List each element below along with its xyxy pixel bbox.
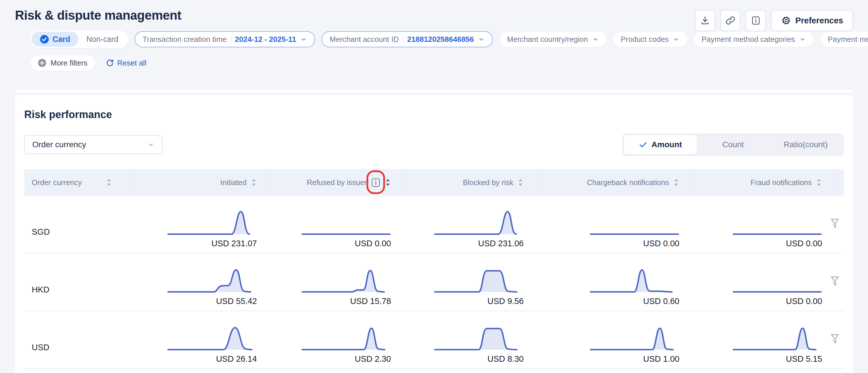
info-panel-button[interactable] bbox=[746, 10, 766, 31]
sparkline bbox=[732, 325, 822, 351]
sparkline bbox=[589, 209, 679, 236]
more-filters-button[interactable]: More filters bbox=[30, 55, 95, 71]
column-header-blocked-by-risk: Blocked by risk bbox=[405, 169, 537, 196]
sort-button-chargeback-notifications[interactable] bbox=[673, 178, 679, 187]
metric-value: USD 0.00 bbox=[355, 239, 391, 248]
filter-chip-merchant-account-id[interactable]: Merchant account ID 2188120258646856 bbox=[321, 31, 493, 47]
chevron-down-icon bbox=[799, 36, 806, 43]
segment-non-card[interactable]: Non-card bbox=[79, 32, 127, 47]
info-icon-wrap[interactable] bbox=[371, 177, 381, 188]
chevron-down-icon bbox=[300, 36, 307, 43]
info-icon[interactable] bbox=[371, 177, 381, 188]
sparkline bbox=[434, 209, 524, 236]
metric-cell-refused-by-issuer: USD 15.78 bbox=[271, 254, 405, 311]
chip-label: Merchant country/region bbox=[507, 35, 588, 44]
preferences-label: Preferences bbox=[795, 16, 843, 25]
tab-label: Ratio(count) bbox=[784, 140, 828, 149]
page-header: Risk & dispute management Preferences bbox=[0, 0, 868, 71]
preferences-button[interactable]: Preferences bbox=[771, 10, 853, 31]
tab-count[interactable]: Count bbox=[697, 135, 769, 154]
metric-value: USD 15.78 bbox=[350, 296, 391, 306]
chevron-down-icon bbox=[592, 36, 599, 43]
filter-chip-payment-method-types[interactable]: Payment method types bbox=[820, 31, 868, 47]
sparkline bbox=[301, 325, 391, 351]
metric-value: USD 8.30 bbox=[487, 354, 524, 364]
metric-cell-initiated: USD 231.07 bbox=[135, 196, 271, 253]
filter-chip-product-codes[interactable]: Product codes bbox=[613, 31, 687, 47]
card-noncard-segment: CardNon-card bbox=[30, 30, 128, 49]
metric-cell-fraud-notifications: USD 0.00 bbox=[693, 196, 836, 253]
tab-amount[interactable]: Amount bbox=[624, 135, 697, 154]
metric-cell-initiated: USD 26.14 bbox=[135, 311, 271, 368]
reset-all-label: Reset all bbox=[117, 59, 147, 67]
sort-button-order-currency[interactable] bbox=[106, 178, 112, 187]
segment-card[interactable]: Card bbox=[32, 32, 79, 47]
filter-chip-transaction-creation-time[interactable]: Transaction creation time 2024-12 - 2025… bbox=[135, 31, 315, 47]
currency-cell: USD bbox=[24, 311, 135, 368]
sort-button-initiated[interactable] bbox=[251, 178, 257, 187]
table-row-hkd: HKD USD 55.42 USD 15.78 USD 9.56 USD 0.6… bbox=[24, 254, 844, 311]
metric-value: USD 0.00 bbox=[643, 239, 679, 248]
panel-controls: Order currency AmountCountRatio(count) bbox=[24, 133, 844, 156]
filter-chip-merchant-country-region[interactable]: Merchant country/region bbox=[499, 31, 607, 47]
column-header-fraud-notifications: Fraud notifications bbox=[693, 169, 836, 196]
download-button[interactable] bbox=[695, 10, 715, 31]
copy-link-button[interactable] bbox=[720, 10, 741, 31]
row-filter-button[interactable] bbox=[831, 334, 839, 344]
chip-label: Transaction creation time bbox=[143, 35, 227, 44]
table-body: SGD USD 231.07 USD 0.00 USD 231.06 USD 0… bbox=[24, 196, 844, 369]
currency-cell: SGD bbox=[24, 196, 135, 253]
tab-ratio-count[interactable]: Ratio(count) bbox=[769, 135, 842, 154]
chevron-down-icon bbox=[478, 36, 485, 43]
sort-button-blocked-by-risk[interactable] bbox=[517, 178, 524, 187]
row-filter-button[interactable] bbox=[831, 218, 839, 229]
check-icon bbox=[639, 140, 647, 149]
metric-value: USD 26.14 bbox=[216, 354, 257, 364]
group-by-value: Order currency bbox=[32, 140, 86, 149]
metric-value: USD 9.56 bbox=[487, 296, 524, 306]
metric-value: USD 0.00 bbox=[786, 239, 822, 248]
view-tabs: AmountCountRatio(count) bbox=[622, 133, 844, 156]
sparkline bbox=[434, 267, 524, 294]
row-filter-button[interactable] bbox=[831, 276, 839, 286]
column-header-initiated: Initiated bbox=[135, 169, 271, 196]
metric-cell-chargeback-notifications: USD 0.00 bbox=[537, 196, 693, 253]
sparkline bbox=[434, 325, 524, 351]
chip-value: 2024-12 - 2025-11 bbox=[235, 35, 297, 44]
column-label: Blocked by risk bbox=[463, 178, 513, 187]
sort-button-fraud-notifications[interactable] bbox=[816, 178, 822, 187]
sort-button-refused-by-issuer[interactable] bbox=[385, 178, 391, 187]
column-label: Refused by issuer bbox=[307, 178, 367, 187]
tab-label: Count bbox=[722, 140, 744, 149]
chip-label: Payment method types bbox=[828, 35, 868, 44]
metric-cell-chargeback-notifications: USD 1.00 bbox=[537, 311, 693, 368]
metric-cell-fraud-notifications: USD 5.15 bbox=[693, 311, 836, 368]
tab-label: Amount bbox=[651, 140, 682, 149]
reset-all-button[interactable]: Reset all bbox=[105, 59, 147, 67]
metric-cell-refused-by-issuer: USD 0.00 bbox=[271, 196, 405, 253]
metric-cell-initiated: USD 55.42 bbox=[135, 254, 271, 311]
group-by-select[interactable]: Order currency bbox=[24, 135, 163, 154]
filter-chip-payment-method-categories[interactable]: Payment method categories bbox=[694, 31, 814, 47]
sparkline bbox=[167, 209, 257, 236]
column-header-spacer bbox=[836, 169, 850, 196]
table-header: Order currencyInitiatedRefused by issuer… bbox=[24, 169, 844, 196]
info-panel-icon bbox=[751, 16, 761, 25]
plus-circle-icon bbox=[38, 59, 46, 67]
sparkline bbox=[301, 267, 391, 294]
sparkline bbox=[732, 209, 822, 236]
chip-label: Payment method categories bbox=[702, 35, 795, 44]
metric-value: USD 231.06 bbox=[478, 239, 524, 248]
sparkline bbox=[301, 209, 391, 236]
filter-chips: Transaction creation time 2024-12 - 2025… bbox=[135, 31, 868, 47]
metric-value: USD 5.15 bbox=[786, 354, 822, 364]
sparkline bbox=[589, 325, 679, 351]
filters-row-2: More filters Reset all bbox=[15, 55, 853, 71]
column-label: Fraud notifications bbox=[751, 178, 812, 187]
chevron-down-icon bbox=[673, 36, 680, 43]
segment-label: Non-card bbox=[87, 35, 119, 44]
filters-row-1: CardNon-card Transaction creation time 2… bbox=[15, 30, 853, 49]
chip-value: 2188120258646856 bbox=[407, 35, 474, 44]
download-icon bbox=[700, 16, 710, 25]
metric-cell-chargeback-notifications: USD 0.60 bbox=[537, 254, 693, 311]
